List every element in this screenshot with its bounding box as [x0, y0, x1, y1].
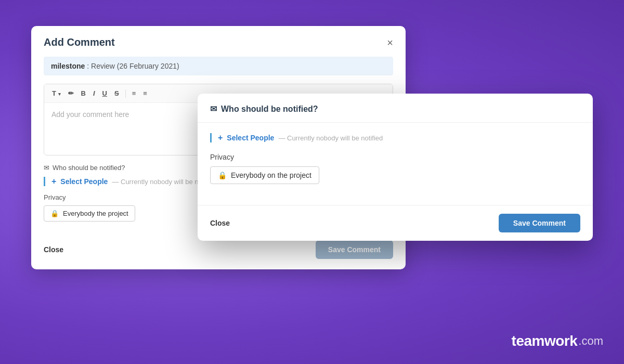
bg-privacy-dropdown[interactable]: 🔒 Everybody the project: [44, 205, 135, 222]
underline-button[interactable]: U: [100, 88, 110, 98]
fg-select-people-label: Select People: [227, 134, 274, 142]
fg-save-button[interactable]: Save Comment: [499, 214, 580, 232]
fg-privacy-section: Privacy 🔒 Everybody on the project: [210, 153, 580, 184]
bg-add-people-button[interactable]: +: [51, 177, 56, 186]
fg-modal-footer: Close Save Comment: [198, 205, 593, 241]
fg-privacy-dropdown[interactable]: 🔒 Everybody on the project: [210, 166, 319, 184]
milestone-bar: milestone : Review (26 February 2021): [44, 57, 393, 75]
fg-close-button[interactable]: Close: [210, 219, 230, 227]
teamwork-logo: teamwork .com: [512, 333, 603, 349]
bg-privacy-value: Everybody the project: [63, 210, 128, 217]
fg-body: + Select People — Currently nobody will …: [198, 123, 593, 194]
modal-bg-header: Add Comment ×: [31, 26, 406, 57]
logo-text: teamwork: [512, 333, 578, 349]
fg-privacy-value: Everybody on the project: [231, 171, 311, 179]
pen-tool-button[interactable]: ✏: [66, 88, 76, 98]
fg-select-people-row: + Select People — Currently nobody will …: [210, 133, 580, 142]
toolbar-separator: [125, 89, 126, 98]
fg-header: ✉ Who should be notified?: [198, 94, 593, 123]
unordered-list-button[interactable]: ≡: [129, 88, 139, 98]
bg-lock-icon: 🔒: [50, 210, 59, 217]
bg-select-people-label: Select People: [60, 177, 108, 186]
fg-envelope-icon: ✉: [210, 104, 217, 114]
fg-lock-icon: 🔒: [218, 171, 227, 179]
fg-privacy-label: Privacy: [210, 153, 580, 161]
fg-add-people-button[interactable]: +: [218, 133, 223, 142]
bold-button[interactable]: B: [79, 88, 88, 98]
italic-button[interactable]: I: [90, 88, 98, 98]
milestone-label: milestone: [51, 62, 85, 70]
bg-close-button[interactable]: Close: [44, 245, 63, 254]
modal-bg-close-button[interactable]: ×: [387, 37, 393, 48]
modal-bg-title: Add Comment: [44, 36, 115, 48]
strikethrough-button[interactable]: S: [112, 88, 122, 98]
milestone-value: : Review (26 February 2021): [87, 62, 179, 70]
fg-nobody-text: — Currently nobody will be notified: [278, 134, 383, 142]
envelope-icon: ✉: [44, 164, 49, 172]
fg-title: Who should be notified?: [221, 105, 318, 114]
logo-com: .com: [578, 334, 603, 348]
ordered-list-button[interactable]: ≡: [140, 88, 150, 98]
bg-save-button[interactable]: Save Comment: [316, 240, 393, 259]
text-type-button[interactable]: T ▾: [49, 88, 63, 98]
notification-modal: ✉ Who should be notified? + Select Peopl…: [198, 94, 593, 241]
